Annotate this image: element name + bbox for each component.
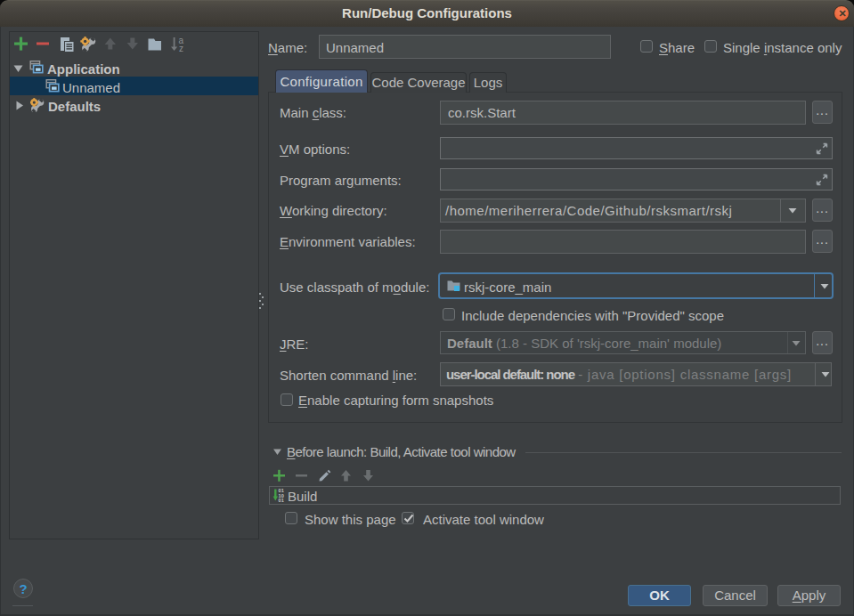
svg-text:01: 01 [279, 498, 284, 503]
